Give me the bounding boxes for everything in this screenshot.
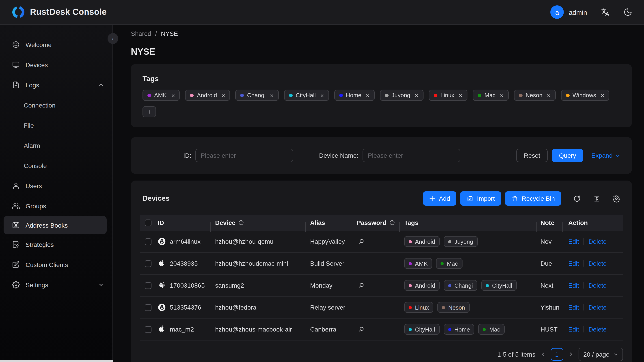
delete-link[interactable]: Delete: [588, 238, 606, 245]
tag-label: Juyong: [454, 238, 473, 245]
device-id: mac_m2: [170, 326, 194, 333]
tag-label: Android: [415, 238, 435, 245]
row-checkbox[interactable]: [144, 282, 151, 289]
translate-icon[interactable]: [600, 8, 610, 17]
sidebar-item-file[interactable]: File: [0, 115, 112, 135]
id-filter-input[interactable]: [196, 149, 293, 162]
edit-link[interactable]: Edit: [568, 260, 579, 267]
delete-link[interactable]: Delete: [588, 326, 606, 333]
tag-remove-icon[interactable]: ×: [222, 92, 225, 98]
user-avatar[interactable]: a: [550, 6, 564, 19]
tag-remove-icon[interactable]: ×: [320, 92, 324, 98]
tag-remove-icon[interactable]: ×: [500, 92, 504, 98]
sidebar-item-console[interactable]: Console: [0, 156, 112, 176]
device-alias: HappyValley: [306, 238, 352, 245]
edit-link[interactable]: Edit: [568, 304, 579, 311]
refresh-icon[interactable]: [573, 195, 581, 202]
breadcrumb-shared[interactable]: Shared: [131, 30, 151, 37]
device-id: arm64linux: [170, 238, 200, 245]
prev-page-icon[interactable]: [540, 352, 546, 357]
table-row: 513354376hzhou@fedoraRelay serverLinuxNe…: [140, 296, 623, 318]
info-icon[interactable]: [389, 220, 395, 226]
tag-label: Mac: [447, 260, 458, 267]
view-password-icon[interactable]: [358, 326, 365, 333]
sidebar-item-logs[interactable]: Logs: [0, 75, 112, 95]
sidebar-item-strategies[interactable]: Strategies: [0, 234, 112, 254]
tag-remove-icon[interactable]: ×: [459, 92, 462, 98]
tag-label: Home: [454, 326, 470, 333]
monitor-icon: [12, 61, 20, 68]
sidebar-item-settings[interactable]: Settings: [0, 275, 112, 295]
delete-link[interactable]: Delete: [588, 282, 606, 289]
page-size-select[interactable]: 20 / page: [578, 348, 623, 361]
edit-link[interactable]: Edit: [568, 282, 579, 289]
device-name-filter-input[interactable]: [362, 149, 460, 162]
sidebar-item-welcome[interactable]: Welcome: [0, 34, 112, 55]
import-button[interactable]: Import: [460, 191, 501, 206]
sidebar-item-address-books[interactable]: Address Books: [4, 216, 107, 234]
moon-icon[interactable]: [624, 8, 632, 16]
query-button[interactable]: Query: [552, 149, 583, 162]
sidebar-item-custom-clients[interactable]: Custom Clients: [0, 254, 112, 275]
next-page-icon[interactable]: [568, 352, 574, 357]
info-icon[interactable]: [238, 220, 244, 226]
tag-label: Changi: [454, 282, 473, 289]
sidebar-item-users[interactable]: Users: [0, 176, 112, 196]
view-password-icon[interactable]: [358, 238, 365, 245]
smiley-icon: [12, 41, 20, 48]
table-row: mac_m2hzhou@zhous-macbook-airCanberraCit…: [140, 318, 623, 340]
sidebar-item-groups[interactable]: Groups: [0, 196, 112, 216]
delete-link[interactable]: Delete: [588, 260, 606, 267]
sidebar-label: Users: [26, 182, 42, 189]
users-icon: [12, 202, 20, 210]
table-settings-gear-icon[interactable]: [613, 195, 620, 202]
tag-remove-icon[interactable]: ×: [366, 92, 370, 98]
add-button[interactable]: Add: [423, 191, 456, 206]
tag-remove-icon[interactable]: ×: [601, 92, 604, 98]
page-number-button[interactable]: 1: [550, 348, 563, 361]
tag-chip: Changi×: [236, 90, 279, 101]
tag-color-dot: [478, 94, 481, 97]
tags-card-title: Tags: [142, 75, 620, 83]
tag-color-dot: [448, 284, 451, 287]
tag-label: Home: [346, 92, 361, 98]
device-name: hzhou@hzhoudemac-mini: [211, 260, 306, 267]
row-checkbox[interactable]: [144, 326, 151, 333]
add-tag-button[interactable]: +: [142, 106, 156, 118]
os-linux-icon: [158, 303, 166, 311]
row-tag-chip: AMK: [404, 258, 432, 269]
tag-label: CityHall: [415, 326, 435, 333]
username[interactable]: admin: [569, 8, 587, 16]
sidebar-item-alarm[interactable]: Alarm: [0, 135, 112, 156]
row-checkbox[interactable]: [144, 304, 151, 311]
sidebar-collapse-button[interactable]: ‹: [108, 33, 118, 44]
row-checkbox[interactable]: [144, 238, 151, 245]
edit-link[interactable]: Edit: [568, 238, 579, 245]
tag-label: Neson: [448, 304, 465, 311]
row-tag-chip: Mac: [478, 324, 504, 335]
edit-link[interactable]: Edit: [568, 326, 579, 333]
tag-color-dot: [442, 306, 445, 309]
column-header-tags: Tags: [400, 219, 537, 226]
row-checkbox[interactable]: [144, 260, 151, 267]
recycle-bin-button[interactable]: Recycle Bin: [505, 191, 561, 206]
tag-remove-icon[interactable]: ×: [415, 92, 418, 98]
action-divider: [584, 238, 584, 244]
tag-remove-icon[interactable]: ×: [171, 92, 175, 98]
trash-icon: [511, 195, 518, 202]
delete-link[interactable]: Delete: [588, 304, 606, 311]
tag-remove-icon[interactable]: ×: [270, 92, 274, 98]
tag-color-dot: [409, 284, 412, 287]
tag-remove-icon[interactable]: ×: [547, 92, 550, 98]
expand-link[interactable]: Expand: [591, 152, 620, 159]
sidebar-item-connection[interactable]: Connection: [0, 95, 112, 115]
device-name-filter-label: Device Name:: [319, 152, 358, 159]
sidebar-item-devices[interactable]: Devices: [0, 55, 112, 75]
reset-button[interactable]: Reset: [516, 149, 548, 162]
tag-color-dot: [385, 94, 388, 97]
select-all-checkbox[interactable]: [144, 219, 151, 226]
row-height-icon[interactable]: [593, 195, 600, 202]
view-password-icon[interactable]: [358, 282, 365, 289]
tag-label: Linux: [415, 304, 429, 311]
tag-color-dot: [339, 94, 342, 97]
